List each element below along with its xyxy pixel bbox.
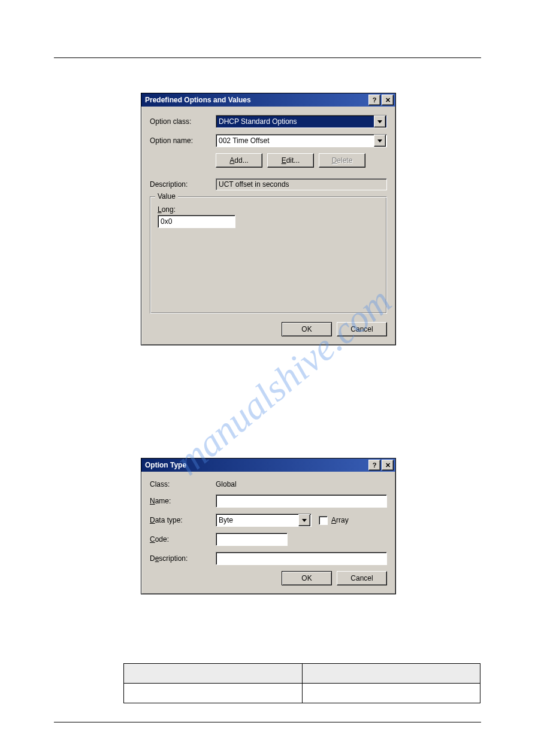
edit-button[interactable]: Edit... [267,153,314,168]
option-name-label: Option name: [150,136,216,145]
cancel-button[interactable]: Cancel [337,322,387,336]
code-input[interactable] [216,533,288,546]
data-type-label: Data type: [150,516,216,524]
titlebar-option-type[interactable]: Option Type ? ✕ [141,459,395,472]
delete-button: Delete [319,153,365,168]
option-name-value: 002 Time Offset [216,136,373,145]
code-label: Code: [150,535,216,544]
name-label: Name: [150,497,216,505]
option-name-dropdown[interactable]: 002 Time Offset [216,134,387,147]
groupbox-title: Value [155,192,178,201]
ok-button[interactable]: OK [282,322,332,336]
option-type-dialog: Option Type ? ✕ Class: Global Name: Data… [141,458,396,594]
divider-bottom [54,722,481,722]
class-value: Global [216,480,237,488]
data-type-value: Byte [216,516,298,524]
predefined-options-dialog: Predefined Options and Values ? ✕ Option… [141,93,396,345]
name-input[interactable] [216,494,387,508]
option-class-dropdown[interactable]: DHCP Standard Options [216,115,387,128]
titlebar-title: Option Type [145,461,367,469]
ok-button[interactable]: OK [282,571,332,585]
array-checkbox[interactable] [319,516,328,525]
description-label: Description: [150,554,216,563]
chevron-down-icon[interactable] [374,116,386,127]
cancel-button[interactable]: Cancel [337,571,387,585]
help-icon[interactable]: ? [368,460,380,470]
long-label: Long: [158,205,379,214]
description-label: Description: [150,180,216,189]
titlebar-predefined[interactable]: Predefined Options and Values ? ✕ [141,93,395,107]
data-type-dropdown[interactable]: Byte [216,514,312,527]
titlebar-title: Predefined Options and Values [145,96,367,104]
help-icon[interactable]: ? [368,95,380,105]
table-cell [124,684,303,703]
option-class-value: DHCP Standard Options [216,117,373,126]
long-input[interactable]: 0x0 [158,215,235,228]
close-icon[interactable]: ✕ [382,95,394,105]
value-groupbox: Value Long: 0x0 [150,196,387,314]
description-field: UCT offset in seconds [216,178,387,190]
description-input[interactable] [216,552,387,565]
array-label: Array [331,516,349,524]
chevron-down-icon[interactable] [374,135,386,147]
data-table [123,663,480,703]
table-header [124,664,303,684]
divider-top [54,57,481,58]
class-label: Class: [150,480,216,488]
array-checkbox-wrap[interactable]: Array [319,516,349,525]
option-class-label: Option class: [150,117,216,126]
close-icon[interactable]: ✕ [382,460,394,470]
table-header [302,664,480,684]
add-button[interactable]: Add... [216,153,262,168]
table-cell [302,684,480,703]
chevron-down-icon[interactable] [298,514,310,526]
